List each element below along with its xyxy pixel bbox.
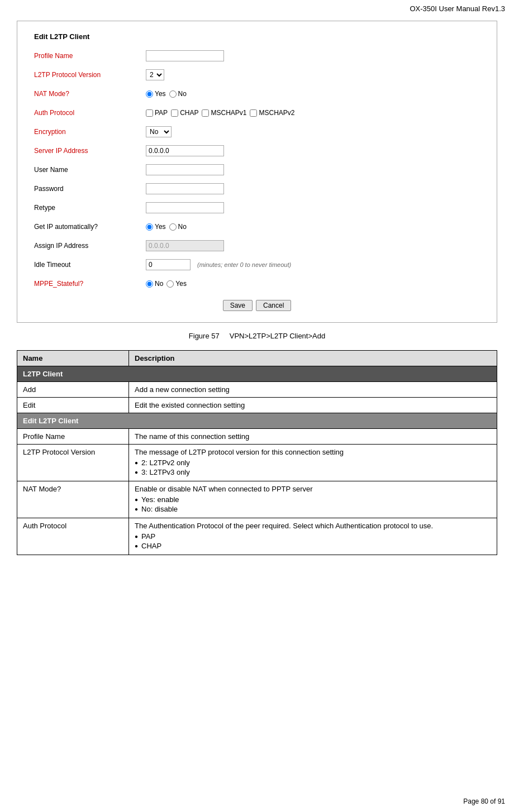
radio-get-ip-no[interactable]: No <box>169 223 187 231</box>
row-add-name: Add <box>17 382 129 398</box>
col-desc-header: Description <box>129 351 497 366</box>
form-row-encryption: Encryption No Yes <box>34 125 480 139</box>
section-edit-l2tp-client: Edit L2TP Client <box>17 413 497 429</box>
field-auth-protocol: PAP CHAP MSCHAPv1 MSCHAPv2 <box>146 109 295 117</box>
radio-mppe-no[interactable]: No <box>146 280 163 288</box>
label-server-ip: Server IP Address <box>34 147 146 155</box>
label-nat-mode: NAT Mode? <box>34 90 146 98</box>
field-mppe: No Yes <box>146 280 187 288</box>
l2tp-version-bullets: 2: L2TPv2 only 3: L2TPv3 only <box>135 458 491 476</box>
form-row-password: Password <box>34 181 480 196</box>
save-button[interactable]: Save <box>223 300 253 311</box>
section-l2tp-client: L2TP Client <box>17 366 497 382</box>
checkbox-pap[interactable]: PAP <box>146 109 168 117</box>
field-retype <box>146 202 224 213</box>
input-profile-name[interactable] <box>146 50 224 61</box>
radio-nat-no[interactable]: No <box>169 90 187 98</box>
table-row: Add Add a new connection setting <box>17 382 497 398</box>
radio-mppe-yes[interactable]: Yes <box>166 280 187 288</box>
label-mppe: MPPE_Stateful? <box>34 280 146 288</box>
field-profile-name <box>146 50 224 61</box>
checkbox-mschapv1-input[interactable] <box>202 109 209 117</box>
field-server-ip <box>146 145 224 156</box>
bullet-item: No: disable <box>135 505 491 513</box>
content-area: Edit L2TP Client Profile Name L2TP Proto… <box>0 15 514 566</box>
label-encryption: Encryption <box>34 128 146 136</box>
cancel-button[interactable]: Cancel <box>256 300 291 311</box>
label-profile-name: Profile Name <box>34 52 146 60</box>
field-username <box>146 164 224 175</box>
label-get-ip: Get IP automatically? <box>34 223 146 231</box>
figure-title: VPN>L2TP>L2TP Client>Add <box>230 332 325 340</box>
field-l2tp-version: 2 3 <box>146 69 164 80</box>
table-row: L2TP Protocol Version The message of L2T… <box>17 445 497 481</box>
form-row-idle-timeout: Idle Timeout (minutes; enter 0 to never … <box>34 257 480 272</box>
input-retype[interactable] <box>146 202 224 213</box>
checkbox-chap[interactable]: CHAP <box>171 109 198 117</box>
select-l2tp-version[interactable]: 2 3 <box>146 69 164 80</box>
input-username[interactable] <box>146 164 224 175</box>
form-row-retype: Retype <box>34 200 480 215</box>
label-assign-ip: Assign IP Address <box>34 242 146 250</box>
nat-mode-bullets: Yes: enable No: disable <box>135 495 491 513</box>
form-row-auth-protocol: Auth Protocol PAP CHAP MSCHAPv1 MSCHAPv2 <box>34 106 480 120</box>
field-encryption: No Yes <box>146 126 172 137</box>
input-password[interactable] <box>146 183 224 194</box>
form-title: Edit L2TP Client <box>34 32 480 41</box>
form-buttons: Save Cancel <box>34 300 480 311</box>
radio-nat-yes-input[interactable] <box>146 90 153 98</box>
radio-mppe-yes-input[interactable] <box>166 280 174 288</box>
radio-nat-yes[interactable]: Yes <box>146 90 166 98</box>
form-row-mppe: MPPE_Stateful? No Yes <box>34 276 480 291</box>
bullet-item: PAP <box>135 532 491 541</box>
input-idle-timeout[interactable] <box>146 259 191 270</box>
form-box: Edit L2TP Client Profile Name L2TP Proto… <box>17 21 497 323</box>
page-footer: Page 80 of 91 <box>463 797 505 805</box>
input-server-ip[interactable] <box>146 145 224 156</box>
row-edit-desc: Edit the existed connection setting <box>129 398 497 413</box>
radio-nat-no-input[interactable] <box>169 90 177 98</box>
row-auth-protocol-desc: The Authentication Protocol of the peer … <box>129 518 497 555</box>
footer-text: Page 80 of 91 <box>463 797 505 805</box>
radio-get-ip-yes[interactable]: Yes <box>146 223 166 231</box>
idle-timeout-note: (minutes; enter 0 to never timeout) <box>197 261 291 268</box>
table-row: Profile Name The name of this connection… <box>17 429 497 445</box>
row-l2tp-version-desc: The message of L2TP protocol version for… <box>129 445 497 481</box>
form-row-assign-ip: Assign IP Address <box>34 238 480 253</box>
radio-get-ip-yes-input[interactable] <box>146 223 153 231</box>
checkbox-mschapv2[interactable]: MSCHAPv2 <box>250 109 294 117</box>
section-l2tp-client-label: L2TP Client <box>17 366 497 382</box>
row-profile-name: Profile Name <box>17 429 129 445</box>
table-header-row: Name Description <box>17 351 497 366</box>
label-retype: Retype <box>34 204 146 212</box>
radio-mppe-no-input[interactable] <box>146 280 153 288</box>
manual-title: OX-350I User Manual Rev1.3 <box>410 4 505 13</box>
radio-get-ip-no-input[interactable] <box>169 223 177 231</box>
field-nat-mode: Yes No <box>146 90 187 98</box>
figure-number: Figure 57 <box>189 332 220 340</box>
input-assign-ip[interactable] <box>146 240 224 251</box>
label-idle-timeout: Idle Timeout <box>34 261 146 269</box>
row-auth-protocol-name: Auth Protocol <box>17 518 129 555</box>
label-password: Password <box>34 185 146 193</box>
bullet-item: Yes: enable <box>135 495 491 504</box>
field-get-ip: Yes No <box>146 223 187 231</box>
checkbox-chap-input[interactable] <box>171 109 178 117</box>
checkbox-mschapv1[interactable]: MSCHAPv1 <box>202 109 246 117</box>
row-edit-name: Edit <box>17 398 129 413</box>
form-row-nat-mode: NAT Mode? Yes No <box>34 87 480 101</box>
table-row: NAT Mode? Enable or disable NAT when con… <box>17 481 497 518</box>
label-username: User Name <box>34 166 146 174</box>
checkbox-pap-input[interactable] <box>146 109 153 117</box>
auth-protocol-bullets: PAP CHAP <box>135 532 491 550</box>
field-password <box>146 183 224 194</box>
table-row: Auth Protocol The Authentication Protoco… <box>17 518 497 555</box>
checkbox-mschapv2-input[interactable] <box>250 109 257 117</box>
form-row-profile-name: Profile Name <box>34 49 480 63</box>
bullet-item: 2: L2TPv2 only <box>135 458 491 467</box>
select-encryption[interactable]: No Yes <box>146 126 172 137</box>
row-nat-mode-desc: Enable or disable NAT when connected to … <box>129 481 497 518</box>
row-l2tp-version-name: L2TP Protocol Version <box>17 445 129 481</box>
label-auth-protocol: Auth Protocol <box>34 109 146 117</box>
section-edit-l2tp-client-label: Edit L2TP Client <box>17 413 497 429</box>
